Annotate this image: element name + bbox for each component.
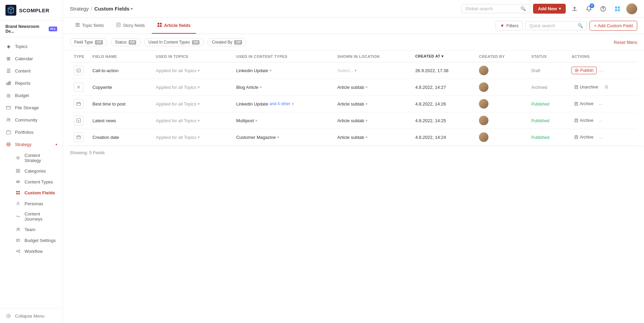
cell-shown-in-location: Article subtab ▾ — [333, 96, 411, 112]
quick-search-icon: 🔍 — [578, 23, 583, 28]
sidebar-item-team[interactable]: Team — [15, 224, 63, 235]
sidebar-item-label: Content Journeys — [25, 211, 57, 222]
cell-used-in-content-types: Customer Magazine ▾ — [232, 129, 333, 146]
global-search-icon[interactable]: 🔍 — [520, 6, 526, 11]
used-in-content-types-arrow[interactable]: ▾ — [277, 135, 279, 140]
sidebar-item-content[interactable]: ☰ Content — [0, 65, 63, 77]
filter-chip-used-in-content-types[interactable]: Used In Content Types Off — [144, 38, 204, 46]
budget-icon: ◎ — [5, 92, 12, 98]
breadcrumb-parent: Strategy — [70, 6, 89, 12]
sidebar-item-categories[interactable]: Categories — [15, 165, 63, 176]
strategy-expand-icon: ▾ — [55, 143, 57, 146]
created-by-avatar — [479, 132, 488, 142]
sidebar-brand: Brand Newsroom De... Pro — [0, 21, 63, 37]
shown-location-arrow[interactable]: ▾ — [366, 85, 368, 90]
sidebar-item-content-journeys[interactable]: Content Journeys — [15, 209, 63, 224]
quick-search-container: 🔍 — [526, 21, 587, 30]
quick-search-input[interactable] — [529, 23, 578, 28]
type-icon — [74, 66, 83, 75]
shown-location-arrow[interactable]: ▾ — [366, 135, 368, 140]
filters-button[interactable]: ▼ Filters — [496, 21, 523, 31]
more-actions-button[interactable]: ··· — [597, 117, 604, 124]
reset-filters-link[interactable]: Reset filters — [614, 40, 637, 45]
tab-article-fields[interactable]: Article fields — [152, 18, 196, 34]
notification-button[interactable]: 7 — [583, 3, 594, 14]
strategy-icon — [5, 141, 12, 147]
primary-action-button[interactable]: Archive — [571, 100, 596, 107]
sidebar-item-file-storage[interactable]: File Storage — [0, 101, 63, 114]
sidebar-item-portfolios[interactable]: Portfolios — [0, 126, 63, 138]
sidebar-item-budget[interactable]: ◎ Budget — [0, 89, 63, 101]
collapse-menu-button[interactable]: Collapse Menu — [0, 308, 63, 323]
primary-action-button[interactable]: Publish — [571, 67, 596, 74]
svg-point-18 — [17, 181, 20, 183]
more-actions-button[interactable]: ··· — [597, 134, 604, 141]
sidebar-item-personas[interactable]: Personas — [15, 198, 63, 209]
col-created-at[interactable]: CREATED AT ▾ — [411, 51, 475, 62]
other-badge[interactable]: and 4 other — [270, 101, 290, 106]
used-in-content-types-arrow[interactable]: ▾ — [255, 118, 257, 123]
sidebar-item-reports[interactable]: Reports — [0, 77, 63, 89]
apps-button[interactable] — [612, 3, 623, 14]
sidebar-item-community[interactable]: Community — [0, 114, 63, 126]
filter-chip-field-type[interactable]: Field Type Off — [70, 38, 107, 46]
primary-action-button[interactable]: Archive — [571, 117, 596, 124]
status-badge: Published — [531, 102, 549, 107]
sidebar-item-content-strategy[interactable]: Content Strategy — [15, 150, 63, 165]
field-name-value: Creation date — [93, 135, 119, 140]
sidebar-item-strategy[interactable]: Strategy ▾ — [0, 138, 63, 150]
used-in-content-types-arrow[interactable]: ▾ — [260, 85, 262, 90]
used-in-topics-arrow[interactable]: ▾ — [198, 68, 200, 73]
svg-rect-43 — [76, 25, 80, 25]
user-avatar[interactable] — [626, 3, 637, 14]
cell-status: Published — [527, 96, 567, 112]
used-in-content-types-arrow[interactable]: ▾ — [292, 102, 294, 106]
primary-action-button[interactable]: Archive — [571, 134, 596, 141]
add-new-button[interactable]: Add New ▾ — [533, 4, 566, 14]
sidebar-item-workflow[interactable]: Workflow — [15, 246, 63, 257]
cell-status: Published — [527, 129, 567, 146]
help-icon — [600, 6, 606, 12]
global-search-input[interactable] — [465, 6, 520, 11]
sidebar-nav: ◈ Topics ⊞ Calendar ☰ Content Reports ◎ … — [0, 37, 63, 308]
more-actions-button[interactable]: ··· — [597, 101, 604, 108]
sidebar-item-label: Workflow — [25, 249, 57, 254]
more-actions-button[interactable]: ··· — [598, 67, 605, 74]
used-in-topics-arrow[interactable]: ▾ — [198, 135, 200, 140]
upload-button[interactable] — [569, 3, 580, 14]
sidebar-item-label: Content Strategy — [25, 153, 57, 163]
add-custom-field-button[interactable]: + Add Custom Field — [590, 21, 637, 31]
used-in-topics-arrow[interactable]: ▾ — [198, 118, 200, 123]
svg-point-28 — [18, 228, 20, 229]
used-in-topics-arrow[interactable]: ▾ — [198, 102, 200, 106]
sidebar-item-content-types[interactable]: Content Types — [15, 176, 63, 187]
filter-chip-created-by[interactable]: Created By Off — [207, 38, 246, 46]
breadcrumb-dropdown-icon[interactable]: ▾ — [131, 6, 133, 11]
primary-action-button[interactable]: Unarchive — [571, 84, 601, 91]
tab-story-fields[interactable]: Story fields — [111, 18, 150, 34]
shown-location-arrow[interactable]: ▾ — [355, 68, 357, 73]
sidebar-item-topics[interactable]: ◈ Topics — [0, 40, 63, 52]
col-shown-in-location: SHOWN IN LOCATION — [333, 51, 411, 62]
cell-created-by — [475, 62, 527, 79]
used-in-content-types-arrow[interactable]: ▾ — [270, 68, 272, 73]
showing-fields-label: Showing: 5 Fields — [70, 150, 105, 155]
used-in-topics-arrow[interactable]: ▾ — [198, 85, 200, 90]
tab-topic-fields[interactable]: Topic fields — [70, 18, 109, 34]
sidebar-item-budget-settings[interactable]: Budget Settings — [15, 235, 63, 246]
shown-location-arrow[interactable]: ▾ — [366, 102, 368, 106]
scompler-logo-icon — [5, 5, 16, 16]
content-icon: ☰ — [5, 68, 12, 74]
filter-chip-status[interactable]: Status Off — [111, 38, 141, 46]
sidebar-item-calendar[interactable]: ⊞ Calendar — [0, 52, 63, 65]
shown-location-arrow[interactable]: ▾ — [366, 118, 368, 123]
shown-in-location-dropdown: Article subtab ▾ — [337, 135, 407, 140]
table-row: Copywrite Applied for all Topics ▾ Blog … — [70, 79, 637, 96]
delete-button[interactable] — [604, 85, 609, 90]
sidebar-item-label: Community — [15, 117, 57, 123]
workflow-icon — [15, 248, 21, 254]
help-button[interactable] — [598, 3, 609, 14]
svg-rect-5 — [6, 107, 11, 107]
table-body: Call-to-action Applied for all Topics ▾ … — [70, 62, 637, 146]
sidebar-item-custom-fields[interactable]: Custom Fields — [15, 187, 63, 198]
